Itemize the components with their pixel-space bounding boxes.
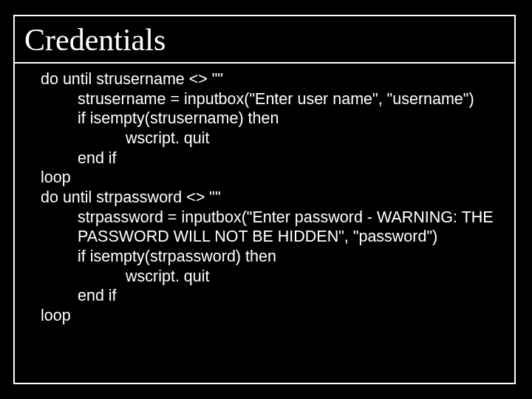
code-line: end if — [41, 286, 499, 306]
code-line: if isempty(strpassword) then — [41, 247, 499, 267]
code-line: wscript. quit — [41, 267, 499, 287]
code-line: do until strusername <> "" — [41, 69, 499, 89]
code-line: end if — [41, 149, 499, 168]
code-line: strusername = inputbox("Enter user name"… — [41, 89, 499, 109]
title-rule — [13, 62, 516, 64]
code-line: loop — [41, 168, 499, 188]
code-line: wscript. quit — [41, 129, 499, 149]
code-line: if isempty(strusername) then — [41, 109, 499, 129]
code-line: loop — [41, 306, 499, 326]
code-line: do until strpassword <> "" — [41, 188, 499, 208]
slide-title: Credentials — [24, 22, 166, 58]
code-block: do until strusername <> "" strusername =… — [41, 69, 499, 326]
code-line: strpassword = inputbox("Enter password -… — [41, 208, 499, 247]
slide: Credentials do until strusername <> "" s… — [0, 0, 532, 399]
